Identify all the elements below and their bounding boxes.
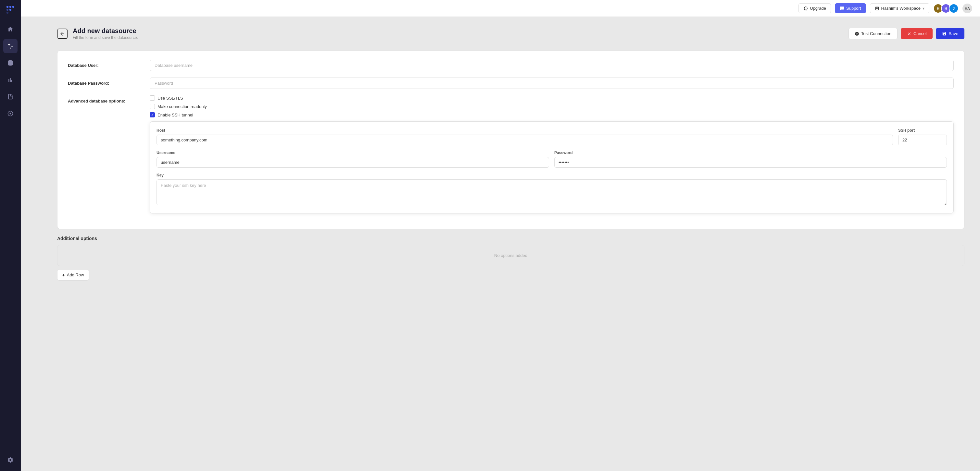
- save-button[interactable]: Save: [936, 28, 964, 39]
- ssh-panel: Host SSH port Username: [150, 121, 954, 213]
- svg-rect-4: [10, 9, 11, 11]
- ssh-port-input[interactable]: [898, 135, 947, 145]
- page-title-block: Add new datasource Fill the form and sav…: [73, 27, 138, 40]
- workspace-label: Hashim's Workspace: [881, 6, 921, 11]
- sidebar-item-pages[interactable]: [3, 90, 18, 104]
- sidebar-item-home[interactable]: [3, 22, 18, 36]
- ssh-tunnel-label: Enable SSH tunnel: [158, 113, 193, 117]
- upgrade-button[interactable]: Upgrade: [799, 3, 831, 13]
- ssh-password-label: Password: [554, 151, 947, 155]
- ssh-key-label: Key: [156, 173, 947, 178]
- save-icon: [942, 32, 947, 36]
- sidebar-item-settings[interactable]: [3, 453, 18, 467]
- db-password-row: Database Password:: [68, 78, 954, 89]
- ssh-tunnel-checkbox[interactable]: Enable SSH tunnel: [150, 112, 954, 117]
- add-row-label: Add Row: [67, 273, 84, 278]
- upgrade-label: Upgrade: [810, 6, 826, 11]
- ssh-host-input[interactable]: [156, 135, 893, 145]
- sidebar-item-analytics[interactable]: [3, 73, 18, 87]
- sidebar-item-magic[interactable]: [3, 39, 18, 53]
- advanced-field: Use SSL/TLS Make connection readonly Ena…: [150, 95, 954, 213]
- db-user-label: Database User:: [68, 60, 139, 68]
- sidebar-item-datasources[interactable]: [3, 56, 18, 70]
- db-password-label: Database Password:: [68, 78, 139, 86]
- advanced-label: Advanced database options:: [68, 95, 139, 103]
- db-user-input[interactable]: [150, 60, 954, 71]
- topbar: Upgrade Support Hashim's Workspace ▾ H H…: [21, 0, 980, 17]
- svg-rect-3: [6, 9, 8, 11]
- additional-options-section: Additional options No options added + Ad…: [57, 236, 964, 281]
- save-label: Save: [948, 31, 958, 36]
- svg-rect-1: [10, 6, 11, 8]
- back-button[interactable]: [57, 29, 68, 39]
- db-password-input[interactable]: [150, 78, 954, 89]
- cancel-icon: [907, 32, 912, 36]
- advanced-options-row: Advanced database options: Use SSL/TLS M…: [68, 95, 954, 213]
- db-user-field: [150, 60, 954, 71]
- ssl-tls-label: Use SSL/TLS: [158, 96, 183, 101]
- test-connection-label: Test Connection: [861, 31, 891, 36]
- additional-section-title: Additional options: [57, 236, 964, 241]
- svg-rect-5: [6, 12, 8, 14]
- workspace-icon: [875, 6, 879, 11]
- svg-rect-0: [6, 6, 8, 8]
- svg-rect-2: [12, 6, 14, 8]
- user-initials: HA: [963, 3, 972, 13]
- page-header: Add new datasource Fill the form and sav…: [57, 27, 964, 40]
- ssh-host-field: Host: [156, 128, 893, 145]
- page-header-left: Add new datasource Fill the form and sav…: [57, 27, 138, 40]
- main-content: Add new datasource Fill the form and sav…: [41, 17, 980, 471]
- options-empty-label: No options added: [57, 245, 964, 266]
- ssh-host-port-row: Host SSH port: [156, 128, 947, 145]
- workspace-selector[interactable]: Hashim's Workspace ▾: [870, 3, 929, 13]
- add-row-button[interactable]: + Add Row: [57, 269, 89, 281]
- cancel-label: Cancel: [913, 31, 926, 36]
- test-connection-button[interactable]: Test Connection: [848, 28, 897, 39]
- ssh-port-field: SSH port: [898, 128, 947, 145]
- ssh-username-label: Username: [156, 151, 549, 155]
- sidebar: [0, 0, 21, 471]
- ssh-key-textarea[interactable]: [156, 179, 947, 205]
- readonly-label: Make connection readonly: [158, 104, 207, 109]
- svg-point-7: [10, 113, 11, 114]
- upgrade-icon: [803, 6, 808, 11]
- avatar-3: J: [949, 3, 959, 13]
- ssh-key-field: Key: [156, 173, 947, 207]
- db-password-field: [150, 78, 954, 89]
- options-table: No options added: [57, 245, 964, 266]
- checkbox-group: Use SSL/TLS Make connection readonly Ena…: [150, 95, 954, 117]
- chevron-down-icon: ▾: [923, 6, 924, 11]
- ssh-password-input[interactable]: [554, 157, 947, 168]
- readonly-checkbox-box: [150, 104, 155, 109]
- ssh-username-field: Username: [156, 151, 549, 168]
- page-title: Add new datasource: [73, 27, 138, 35]
- db-user-row: Database User:: [68, 60, 954, 71]
- ssh-username-input[interactable]: [156, 157, 549, 168]
- cancel-button[interactable]: Cancel: [901, 28, 932, 39]
- page-subtitle: Fill the form and save the datasource.: [73, 35, 138, 40]
- page-header-actions: Test Connection Cancel Save: [848, 28, 964, 39]
- ssh-user-pass-row: Username Password: [156, 151, 947, 168]
- ssh-port-label: SSH port: [898, 128, 947, 133]
- plus-icon: +: [62, 272, 65, 278]
- avatar-group: H H J: [933, 3, 959, 13]
- form-card: Database User: Database Password: Advanc…: [57, 50, 964, 229]
- ssl-tls-checkbox[interactable]: Use SSL/TLS: [150, 95, 954, 101]
- support-button[interactable]: Support: [835, 3, 866, 13]
- support-icon: [840, 6, 844, 11]
- support-label: Support: [846, 6, 861, 11]
- sidebar-item-ai[interactable]: [3, 106, 18, 121]
- ssl-tls-checkbox-box: [150, 95, 155, 101]
- test-connection-icon: [855, 32, 859, 36]
- ssh-host-label: Host: [156, 128, 893, 133]
- app-logo: [5, 4, 16, 16]
- ssh-password-field: Password: [554, 151, 947, 168]
- readonly-checkbox[interactable]: Make connection readonly: [150, 104, 954, 109]
- ssh-tunnel-checkbox-box: [150, 112, 155, 117]
